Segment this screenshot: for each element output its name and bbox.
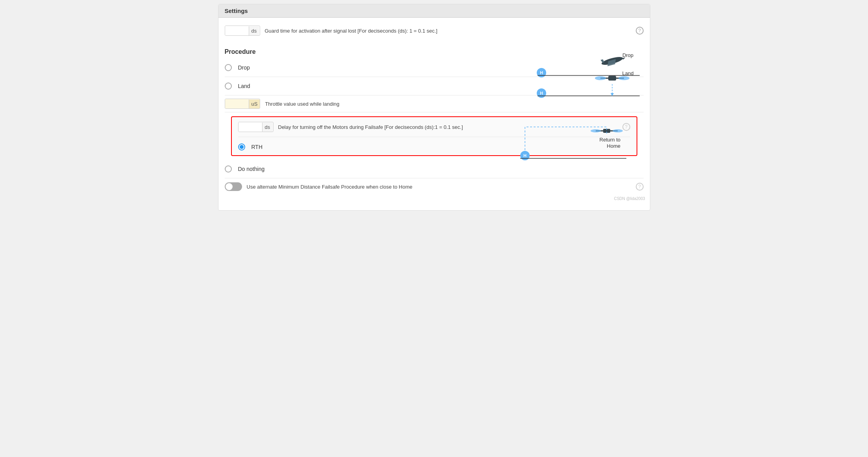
throttle-row: 1000 uS Throttle value used while landin… bbox=[225, 95, 644, 112]
alternate-failsafe-row: Use alternate Minimum Distance Failsafe … bbox=[225, 178, 644, 195]
procedure-section: Drop H bbox=[218, 59, 650, 195]
svg-text:Drop: Drop bbox=[622, 52, 633, 58]
rth-diagram: H bbox=[516, 121, 630, 164]
svg-text:Home: Home bbox=[607, 143, 620, 149]
land-diagram-area: H bbox=[526, 77, 644, 95]
svg-rect-14 bbox=[608, 76, 616, 81]
svg-text:H: H bbox=[540, 91, 543, 95]
svg-point-23 bbox=[613, 129, 623, 132]
footer-credit: CSDN @lida2003 bbox=[218, 195, 650, 202]
guard-time-row: 5 ds Guard time for activation after sig… bbox=[225, 22, 644, 39]
rth-radio-inner bbox=[240, 145, 244, 149]
land-option-row: Land H bbox=[225, 77, 644, 95]
svg-text:Return to: Return to bbox=[599, 137, 620, 143]
do-nothing-label: Do nothing bbox=[238, 166, 644, 172]
svg-point-13 bbox=[618, 76, 629, 80]
guard-time-input[interactable]: 5 bbox=[225, 26, 249, 35]
throttle-label: Throttle value used while landing bbox=[265, 101, 643, 107]
toggle-knob bbox=[226, 183, 233, 190]
drop-radio[interactable] bbox=[225, 64, 232, 71]
alternate-failsafe-label: Use alternate Minimum Distance Failsafe … bbox=[247, 184, 633, 190]
throttle-input-group[interactable]: 1000 uS bbox=[225, 99, 261, 109]
alternate-failsafe-help-icon[interactable]: ? bbox=[636, 183, 644, 191]
throttle-input[interactable]: 1000 bbox=[225, 99, 249, 108]
throttle-unit: uS bbox=[249, 99, 260, 108]
settings-panel: Settings 5 ds Guard time for activation … bbox=[218, 4, 650, 211]
rth-delay-input[interactable]: 200 bbox=[239, 122, 262, 132]
land-radio[interactable] bbox=[225, 83, 232, 90]
guard-time-unit: ds bbox=[249, 26, 259, 35]
rth-inner: 200 ds Delay for turning off the Motors … bbox=[232, 117, 637, 155]
guard-time-help-icon[interactable]: ? bbox=[636, 27, 644, 35]
rth-highlighted-section: 200 ds Delay for turning off the Motors … bbox=[231, 116, 637, 156]
guard-time-label: Guard time for activation after signal l… bbox=[265, 28, 633, 34]
rth-radio[interactable] bbox=[238, 143, 245, 150]
guard-time-input-group[interactable]: 5 ds bbox=[225, 26, 260, 36]
rth-diagram-area: H bbox=[512, 135, 630, 150]
rth-delay-unit: ds bbox=[262, 123, 273, 132]
svg-point-22 bbox=[591, 129, 601, 132]
svg-point-12 bbox=[595, 76, 606, 80]
rth-radio-row: RTH H bbox=[238, 139, 630, 150]
svg-text:Land: Land bbox=[622, 70, 633, 76]
rth-delay-input-group[interactable]: 200 ds bbox=[238, 122, 273, 132]
do-nothing-row: Do nothing bbox=[225, 160, 644, 178]
settings-title: Settings bbox=[218, 4, 650, 18]
alternate-failsafe-toggle[interactable] bbox=[225, 182, 242, 191]
do-nothing-radio[interactable] bbox=[225, 165, 232, 173]
